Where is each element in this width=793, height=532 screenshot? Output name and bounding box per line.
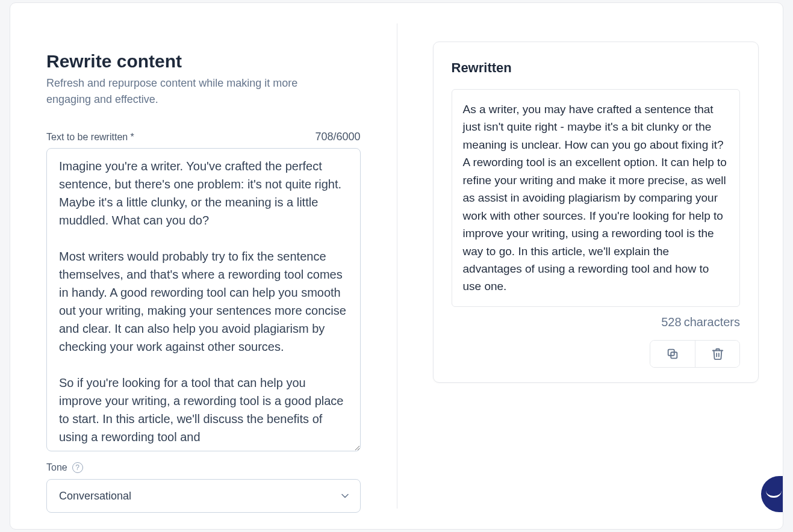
delete-button[interactable]	[695, 341, 739, 367]
output-panel: Rewritten As a writer, you may have craf…	[397, 3, 783, 529]
output-char-count-label: characters	[684, 315, 740, 329]
copy-button[interactable]	[650, 341, 695, 367]
input-char-counter: 708/6000	[315, 131, 360, 143]
copy-icon	[666, 347, 679, 360]
action-button-group	[650, 340, 740, 368]
vertical-divider	[397, 23, 397, 509]
help-icon[interactable]: ?	[72, 462, 83, 473]
page-title: Rewrite content	[46, 51, 361, 72]
main-card: Rewrite content Refresh and repurpose co…	[10, 2, 783, 530]
tone-label: Tone	[46, 462, 67, 473]
tone-select[interactable]: Conversational	[46, 479, 361, 513]
input-panel: Rewrite content Refresh and repurpose co…	[10, 3, 397, 529]
input-field-header: Text to be rewritten * 708/6000	[46, 131, 361, 143]
tone-select-wrap: Conversational	[46, 479, 361, 513]
chat-icon	[766, 490, 782, 498]
output-title: Rewritten	[452, 60, 741, 76]
tone-label-row: Tone ?	[46, 462, 361, 473]
output-text: As a writer, you may have crafted a sent…	[452, 89, 741, 307]
input-label: Text to be rewritten *	[46, 132, 134, 143]
output-actions	[452, 340, 741, 368]
trash-icon	[711, 347, 724, 360]
output-char-counter: 528 characters	[452, 315, 741, 329]
page-subtitle: Refresh and repurpose content while maki…	[46, 75, 305, 108]
output-card: Rewritten As a writer, you may have craf…	[433, 42, 759, 383]
rewrite-input[interactable]	[46, 148, 361, 451]
tone-field: Tone ? Conversational	[46, 462, 361, 513]
output-char-count-value: 528	[661, 315, 681, 329]
